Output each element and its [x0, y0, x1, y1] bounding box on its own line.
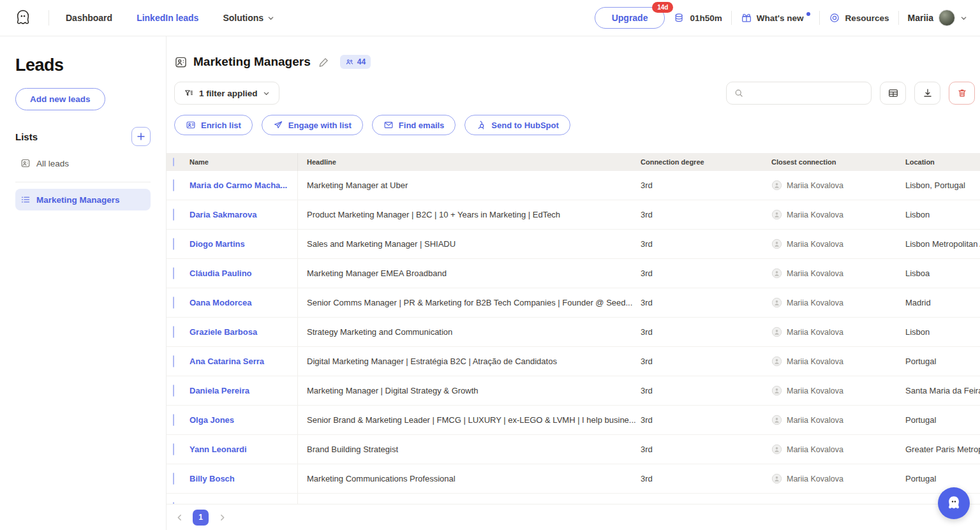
next-page-chevron-icon[interactable] [214, 510, 230, 525]
previous-page-chevron-icon[interactable] [172, 510, 187, 525]
lead-name-link[interactable]: Maria do Carmo Macha... [189, 180, 297, 190]
contact-card-icon [174, 55, 188, 69]
lead-name-link[interactable]: Oana Modorcea [189, 298, 297, 307]
column-header-headline[interactable]: Headline [297, 153, 641, 171]
row-checkbox[interactable] [173, 443, 174, 455]
closest-connection-name: Mariia Kovalova [787, 475, 843, 483]
lead-headline: Senior Brand & Marketing Leader | FMCG |… [297, 406, 641, 434]
hubspot-icon [476, 120, 486, 130]
edit-pencil-icon[interactable] [318, 57, 329, 68]
row-checkbox[interactable] [173, 297, 174, 309]
person-avatar-icon [771, 415, 782, 425]
closest-connection-name: Mariia Kovalova [787, 357, 843, 366]
row-checkbox[interactable] [173, 473, 174, 485]
contact-card-icon [20, 158, 31, 168]
table-row: Oana Modorcea Senior Comms Manager | PR … [167, 288, 980, 318]
row-checkbox[interactable] [173, 355, 174, 367]
row-checkbox[interactable] [173, 385, 174, 397]
column-header-connection-degree[interactable]: Connection degree [641, 158, 771, 166]
lead-connection-degree: 3rd [641, 474, 771, 483]
list-title-row: Marketing Managers 44 [174, 55, 371, 69]
person-avatar-icon [771, 268, 782, 279]
gift-icon [741, 12, 752, 24]
lead-location: Lisbon [905, 210, 980, 219]
filter-applied-button[interactable]: 1 filter applied [174, 82, 279, 105]
list-title: Marketing Managers [193, 55, 311, 69]
chevron-down-icon [267, 15, 274, 22]
nav-dashboard[interactable]: Dashboard [66, 13, 112, 23]
list-icon [20, 195, 31, 205]
lead-connection-degree: 3rd [641, 327, 771, 337]
row-checkbox[interactable] [173, 267, 174, 279]
send-icon [273, 120, 283, 130]
lead-connection-degree: 3rd [641, 210, 771, 219]
table-header: Name Headline Connection degree Closest … [167, 153, 980, 171]
row-checkbox[interactable] [173, 238, 174, 250]
person-avatar-icon [771, 209, 782, 220]
lead-name-link[interactable]: Olga Jones [189, 415, 297, 425]
upgrade-button[interactable]: Upgrade 14d [595, 7, 665, 29]
sidebar-item-marketing-managers[interactable]: Marketing Managers [15, 189, 151, 210]
nav-solutions-label: Solutions [223, 13, 264, 23]
lead-name-link[interactable]: Billy Bosch [189, 474, 297, 483]
chevron-down-icon [263, 90, 270, 97]
lead-name-link[interactable]: Yann Leonardi [189, 445, 297, 454]
row-checkbox[interactable] [173, 414, 174, 426]
people-icon [345, 57, 354, 66]
lead-location: Portugal [905, 415, 980, 425]
lead-headline: Sales and Marketing Manager | SHIADU [297, 230, 641, 258]
lead-headline: Product Marketing Manager | B2C | 10 + Y… [297, 200, 641, 229]
lead-name-link[interactable]: Daria Sakmarova [189, 210, 297, 219]
column-header-name[interactable]: Name [189, 158, 297, 166]
chat-widget-button[interactable] [938, 487, 970, 519]
lead-headline: Marketing Manager EMEA Broadband [297, 259, 641, 288]
lead-name-link[interactable]: Ana Catarina Serra [189, 357, 297, 366]
filter-icon [184, 88, 194, 98]
row-checkbox[interactable] [173, 209, 174, 221]
column-header-location[interactable]: Location [905, 158, 980, 166]
lead-location: Portugal [905, 474, 980, 483]
coins-icon [674, 12, 685, 24]
filter-label: 1 filter applied [199, 89, 258, 98]
whats-new-button[interactable]: What's new [741, 12, 811, 24]
manage-columns-button[interactable] [880, 82, 906, 105]
add-new-leads-button[interactable]: Add new leads [15, 88, 105, 110]
column-header-closest-connection[interactable]: Closest connection [771, 158, 905, 166]
closest-connection-name: Mariia Kovalova [787, 181, 843, 190]
lead-headline: Senior Comms Manager | PR & Marketing fo… [297, 288, 641, 317]
person-avatar-icon [771, 239, 782, 249]
closest-connection-name: Mariia Kovalova [787, 210, 843, 219]
lead-location: Madrid [905, 298, 980, 307]
export-download-button[interactable] [914, 82, 940, 105]
find-emails-button[interactable]: Find emails [372, 115, 456, 135]
nav-linkedin-leads[interactable]: LinkedIn leads [137, 13, 198, 23]
nav-solutions[interactable]: Solutions [223, 13, 274, 23]
lead-name-link[interactable]: Diogo Martins [189, 239, 297, 249]
search-input[interactable] [749, 89, 864, 98]
app-logo-ghost-icon[interactable] [13, 8, 33, 28]
row-checkbox[interactable] [173, 179, 174, 191]
delete-list-button[interactable] [949, 82, 975, 105]
select-all-checkbox[interactable] [173, 158, 174, 166]
user-menu[interactable]: Mariia [908, 10, 967, 26]
upgrade-label: Upgrade [612, 13, 648, 23]
lead-name-link[interactable]: Cláudia Paulino [189, 269, 297, 278]
plus-icon [137, 132, 145, 141]
resources-button[interactable]: Resources [829, 12, 889, 24]
row-checkbox[interactable] [173, 326, 174, 338]
trial-time-left[interactable]: 01h50m [674, 12, 722, 24]
action-label: Engage with list [288, 121, 352, 130]
enrich-list-button[interactable]: Enrich list [174, 115, 253, 135]
lead-name-link[interactable]: Graziele Barbosa [189, 327, 297, 337]
lead-location: Portugal [905, 357, 980, 366]
create-list-button[interactable] [131, 127, 151, 146]
page-title: Leads [15, 55, 151, 75]
envelope-icon [383, 120, 394, 130]
page-number-current[interactable]: 1 [193, 510, 209, 526]
engage-with-list-button[interactable]: Engage with list [262, 115, 363, 135]
lead-name-link[interactable]: Daniela Pereira [189, 386, 297, 395]
person-avatar-icon [771, 180, 782, 191]
send-to-hubspot-button[interactable]: Send to HubSpot [464, 115, 570, 135]
sidebar-item-all-leads[interactable]: All leads [15, 152, 151, 174]
lifebuoy-icon [829, 12, 840, 24]
